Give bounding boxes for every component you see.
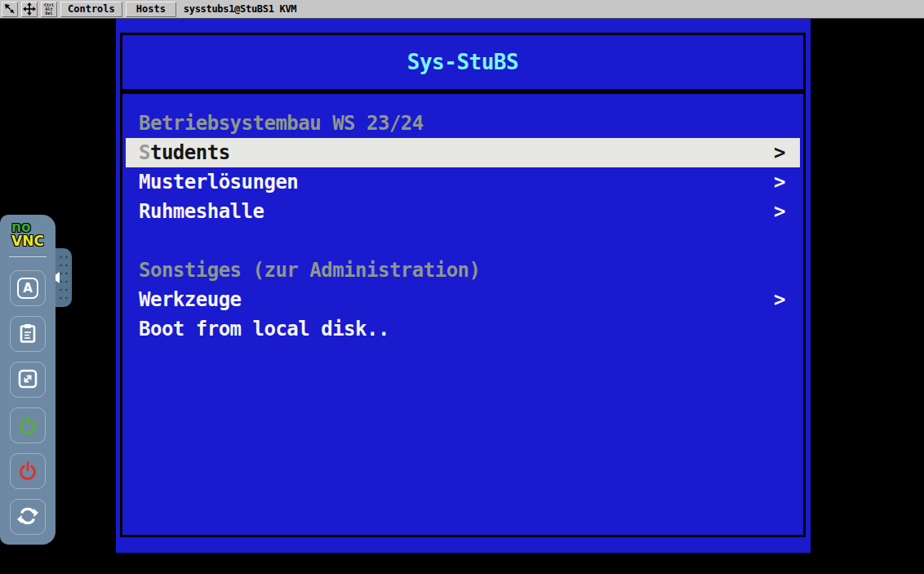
session-title: sysstubs1@StuBS1 KVM	[184, 3, 297, 15]
menu-row-label: Werkzeuge	[139, 288, 242, 311]
menu-item-3[interactable]: Ruhmeshalle>	[122, 197, 803, 226]
novnc-logo-vnc: VNC	[11, 234, 47, 248]
boot-menu-title: Sys-StuBS	[407, 50, 518, 74]
hotkey-letter: S	[139, 141, 150, 164]
boot-menu-title-box: Sys-StuBS	[120, 33, 806, 91]
boot-menu-list: Betriebsystembau WS 23/24Students>Muster…	[120, 91, 806, 537]
menu-item-7[interactable]: Boot from local disk..	[122, 314, 803, 344]
ctrl-alt-del-icon[interactable]: Ctrl Alt Del	[41, 2, 57, 17]
top-toolbar: Ctrl Alt Del Controls Hosts sysstubs1@St…	[0, 0, 924, 19]
sidebar-divider	[9, 256, 47, 257]
hosts-button[interactable]: Hosts	[126, 2, 176, 17]
submenu-chevron-icon: >	[774, 167, 785, 197]
menu-row-label: Betriebsystembau WS 23/24	[139, 112, 424, 135]
menu-row-label: Ruhmeshalle	[139, 200, 264, 223]
menu-row-label: Sonstiges (zur Administration)	[139, 259, 480, 282]
power-off-button[interactable]	[10, 453, 46, 489]
vnc-screen[interactable]: Sys-StuBS Betriebsystembau WS 23/24Stude…	[116, 19, 811, 553]
submenu-chevron-icon: >	[774, 285, 785, 314]
refresh-icon	[17, 505, 38, 529]
drag-grip-dots	[58, 253, 69, 302]
fullscreen-button[interactable]	[10, 362, 46, 398]
power-on-icon	[17, 414, 38, 438]
extra-keys-button[interactable]: A	[10, 270, 46, 306]
fullscreen-icon	[17, 368, 38, 392]
power-on-button[interactable]	[10, 407, 46, 443]
menu-item-2[interactable]: Musterlösungen>	[122, 167, 803, 197]
submenu-chevron-icon: >	[774, 138, 785, 167]
menu-header-0: Betriebsystembau WS 23/24	[122, 109, 803, 138]
controls-button[interactable]: Controls	[60, 2, 122, 17]
menu-row-label: Students	[139, 141, 230, 164]
keyboard-a-icon: A	[17, 278, 38, 299]
move-cross-icon[interactable]	[21, 2, 38, 17]
keyboard-a-letter: A	[23, 281, 33, 296]
refresh-button[interactable]	[10, 499, 46, 535]
menu-row-label: Musterlösungen	[139, 171, 298, 194]
pointer-arrows-icon[interactable]	[2, 2, 18, 17]
menu-item-6[interactable]: Werkzeuge>	[122, 285, 803, 314]
novnc-logo: no VNC	[8, 220, 47, 248]
menu-header-5: Sonstiges (zur Administration)	[122, 256, 803, 285]
menu-item-1[interactable]: Students>	[126, 138, 800, 167]
menu-spacer-4	[122, 226, 803, 256]
power-off-icon	[17, 460, 38, 483]
clipboard-icon	[17, 323, 38, 346]
novnc-sidebar: no VNC A	[0, 215, 56, 545]
menu-row-label: Boot from local disk..	[139, 318, 389, 340]
cad-line-del: Del	[45, 11, 52, 16]
clipboard-button[interactable]	[10, 316, 46, 352]
submenu-chevron-icon: >	[774, 197, 785, 226]
